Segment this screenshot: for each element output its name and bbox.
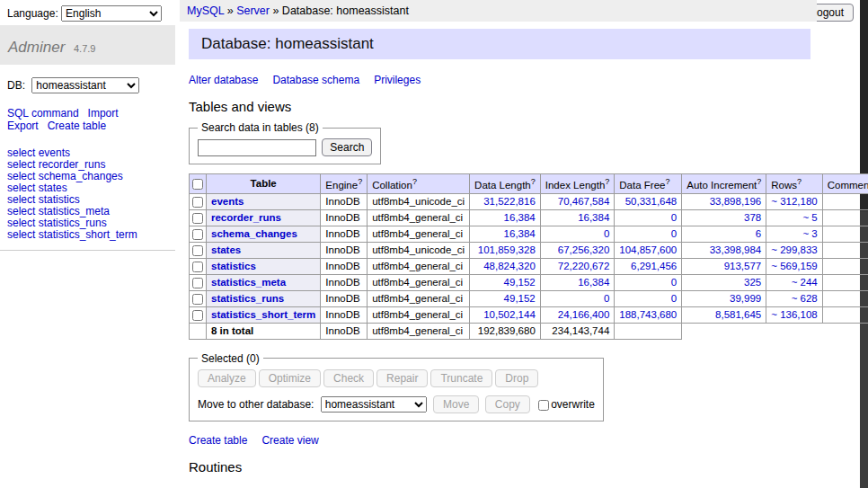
index-length-link[interactable]: 0 [604,293,609,304]
sidebar-table-link[interactable]: select statistics_short_term [7,229,168,241]
help-icon[interactable]: ? [757,177,761,186]
sidebar-link[interactable]: SQL command [7,107,79,120]
sidebar-link[interactable]: Export [7,120,39,132]
db-action-link[interactable]: Database schema [272,74,359,86]
app-name[interactable]: Adminer [8,39,65,56]
index-length-link[interactable]: 24,166,400 [558,309,610,320]
move-db-select[interactable]: homeassistant [321,396,427,413]
data-length-link[interactable]: 49,152 [504,277,536,288]
data-free-link[interactable]: 0 [671,293,677,304]
help-icon[interactable]: ? [412,177,417,186]
data-length-link[interactable]: 31,522,816 [483,196,536,207]
rows-link[interactable]: ~ 299,833 [771,244,817,255]
auto-increment-link[interactable]: 8,581,645 [715,309,761,320]
index-length-link[interactable]: 16,384 [578,212,609,223]
row-checkbox[interactable] [192,245,203,256]
row-checkbox[interactable] [192,294,203,305]
index-length-link[interactable]: 67,256,320 [558,244,610,255]
truncate-button[interactable]: Truncate [430,369,492,387]
engine-cell: InnoDB [321,258,368,274]
help-icon[interactable]: ? [797,177,802,186]
optimize-button[interactable]: Optimize [259,369,321,387]
table-row: statistics_metaInnoDButf8mb4_general_ci4… [190,274,868,290]
data-free-link[interactable]: 6,291,456 [631,261,677,271]
total-collation: utf8mb4_general_ci [368,323,470,339]
repair-button[interactable]: Repair [376,369,428,387]
row-checkbox[interactable] [192,197,203,208]
auto-increment-link[interactable]: 33,898,196 [710,196,762,207]
breadcrumb-item[interactable]: Server [236,4,270,17]
row-checkbox[interactable] [192,310,203,321]
data-length-link[interactable]: 49,152 [504,293,536,304]
data-free-link[interactable]: 188,743,680 [619,309,677,320]
footer-filler [682,323,868,339]
help-icon[interactable]: ? [531,177,536,186]
help-icon[interactable]: ? [665,177,669,186]
copy-button[interactable]: Copy [485,395,530,413]
auto-increment-link[interactable]: 325 [744,277,761,288]
move-button[interactable]: Move [433,395,479,413]
rows-link[interactable]: ~ 569,159 [771,261,817,271]
breadcrumb-separator: » [224,4,236,17]
create-link[interactable]: Create view [261,434,318,447]
rows-link[interactable]: ~ 136,108 [771,309,817,320]
rows-link[interactable]: ~ 3 [802,228,817,239]
row-checkbox[interactable] [192,229,203,240]
rows-link[interactable]: ~ 244 [792,277,818,288]
rows-link[interactable]: ~ 312,180 [771,196,817,207]
auto-increment-link[interactable]: 39,999 [730,293,761,304]
data-length-link[interactable]: 16,384 [504,228,536,239]
data-length-link[interactable]: 16,384 [504,212,536,223]
search-input[interactable] [198,139,316,156]
analyze-button[interactable]: Analyze [198,369,256,387]
auto-increment-link[interactable]: 33,398,984 [710,244,762,255]
collation-cell: utf8mb4_general_ci [368,290,470,306]
table-name-link[interactable]: statistics [211,261,256,271]
data-length-link[interactable]: 48,824,320 [483,261,536,271]
index-length-link[interactable]: 70,467,584 [558,196,610,207]
table-row: recorder_runsInnoDButf8mb4_general_ci16,… [190,209,868,226]
table-name-link[interactable]: statistics_runs [211,293,284,304]
table-name-link[interactable]: statistics_meta [211,277,286,288]
table-name-link[interactable]: statistics_short_term [211,309,315,320]
data-free-link[interactable]: 104,857,600 [619,244,677,255]
search-button[interactable]: Search [322,138,372,156]
drop-button[interactable]: Drop [495,369,538,387]
data-free-link[interactable]: 0 [671,228,677,239]
data-length-link[interactable]: 10,502,144 [483,309,536,320]
table-name-link[interactable]: schema_changes [211,228,297,239]
table-name-link[interactable]: recorder_runs [211,212,281,223]
row-checkbox[interactable] [192,213,203,224]
breadcrumb-item[interactable]: MySQL [187,4,224,17]
data-free-link[interactable]: 0 [671,212,677,223]
index-length-link[interactable]: 16,384 [578,277,609,288]
db-action-link[interactable]: Privileges [374,74,421,86]
db-action-links: Alter databaseDatabase schemaPrivileges [189,74,810,86]
index-length-link[interactable]: 0 [604,228,609,239]
data-free-link[interactable]: 0 [671,277,677,288]
help-icon[interactable]: ? [358,177,362,186]
auto-increment-link[interactable]: 6 [756,228,761,239]
select-all-checkbox[interactable] [192,179,203,190]
rows-link[interactable]: ~ 628 [792,293,818,304]
table-name-link[interactable]: events [211,196,244,207]
table-row: statesInnoDButf8mb4_unicode_ci101,859,32… [190,242,868,258]
check-button[interactable]: Check [323,369,374,387]
row-checkbox[interactable] [192,278,203,288]
overwrite-checkbox[interactable] [538,400,549,411]
language-select[interactable]: English [61,5,162,22]
db-select[interactable]: homeassistant [31,77,139,93]
auto-increment-link[interactable]: 378 [744,212,761,223]
create-link[interactable]: Create table [189,434,247,447]
table-name-link[interactable]: states [211,244,241,255]
index-length-link[interactable]: 72,220,672 [558,261,610,271]
data-length-link[interactable]: 101,859,328 [478,244,536,255]
rows-link[interactable]: ~ 5 [802,212,817,223]
row-checkbox[interactable] [192,262,203,272]
data-free-link[interactable]: 50,331,648 [625,196,678,207]
sidebar-link[interactable]: Create table [48,120,106,132]
auto-increment-link[interactable]: 913,577 [724,261,762,271]
help-icon[interactable]: ? [605,177,609,186]
sidebar-link[interactable]: Import [88,107,119,120]
db-action-link[interactable]: Alter database [189,74,258,86]
